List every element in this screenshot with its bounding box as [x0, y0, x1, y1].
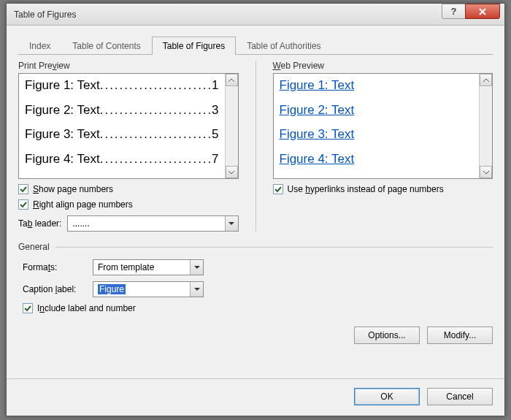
dropdown-button[interactable]: [190, 260, 203, 275]
print-preview-row: Figure 4: Text..........................…: [25, 152, 219, 167]
tab-leader-label: Tab leader:: [18, 218, 61, 229]
tab-table-of-authorities[interactable]: Table of Authorities: [236, 37, 331, 55]
chevron-down-icon: [228, 221, 234, 226]
ok-button[interactable]: OK: [354, 388, 420, 405]
web-preview-row: Figure 2: Text: [280, 103, 474, 118]
dialog-table-of-figures: Table of Figures ? Index Table of Conten…: [6, 3, 505, 416]
dialog-title: Table of Figures: [14, 9, 76, 20]
chevron-down-icon: [228, 170, 234, 175]
check-icon: [24, 305, 31, 312]
web-preview-label: Web Preview: [273, 61, 493, 71]
tab-strip: Index Table of Contents Table of Figures…: [18, 36, 493, 55]
print-preview-row: Figure 3: Text..........................…: [25, 127, 219, 142]
include-label-number-checkbox[interactable]: [23, 303, 33, 313]
chevron-down-icon: [194, 265, 200, 270]
use-hyperlinks-label: Use hyperlinks instead of page numbers: [288, 184, 444, 194]
formats-combo[interactable]: From template: [93, 259, 204, 275]
cancel-button[interactable]: Cancel: [427, 388, 493, 405]
show-page-numbers-label: Show page numbers: [33, 184, 113, 194]
scroll-up-button[interactable]: [226, 74, 238, 86]
dialog-footer: OK Cancel: [7, 378, 504, 416]
web-preview-row: Figure 3: Text: [280, 127, 474, 142]
divider: [256, 61, 256, 232]
use-hyperlinks-checkbox[interactable]: [273, 184, 283, 194]
chevron-down-icon: [194, 287, 200, 291]
general-header: General: [18, 242, 50, 252]
web-preview-box: Figure 1: Text Figure 2: Text Figure 3: …: [273, 73, 493, 179]
check-icon: [20, 201, 27, 208]
scroll-down-button[interactable]: [480, 166, 492, 178]
tab-table-of-contents[interactable]: Table of Contents: [61, 37, 151, 55]
close-button[interactable]: [465, 4, 500, 19]
close-icon: [478, 7, 487, 16]
tab-table-of-figures[interactable]: Table of Figures: [152, 37, 236, 55]
options-button[interactable]: Options...: [354, 327, 420, 344]
print-preview-box: Figure 1: Text..........................…: [18, 73, 239, 179]
show-page-numbers-checkbox[interactable]: [18, 184, 28, 194]
dropdown-button[interactable]: [190, 282, 203, 297]
chevron-up-icon: [483, 78, 489, 83]
modify-button[interactable]: Modify...: [427, 327, 493, 344]
titlebar[interactable]: Table of Figures ?: [7, 4, 504, 26]
divider: [55, 247, 493, 248]
scrollbar[interactable]: [479, 74, 492, 178]
tab-leader-combo[interactable]: .......: [67, 215, 238, 232]
right-align-label: Right align page numbers: [33, 199, 133, 210]
chevron-down-icon: [483, 170, 489, 175]
print-preview-row: Figure 2: Text..........................…: [25, 103, 219, 118]
scroll-down-button[interactable]: [226, 166, 238, 178]
check-icon: [274, 186, 282, 193]
caption-label-label: Caption label:: [23, 284, 93, 294]
dropdown-button[interactable]: [225, 216, 238, 231]
scroll-up-button[interactable]: [480, 74, 492, 86]
tab-index[interactable]: Index: [18, 37, 61, 55]
help-button[interactable]: ?: [442, 4, 466, 19]
scrollbar[interactable]: [225, 74, 238, 178]
caption-label-combo[interactable]: Figure: [93, 281, 204, 297]
web-preview-row: Figure 4: Text: [280, 152, 474, 167]
formats-label: Formats:: [23, 262, 93, 272]
check-icon: [20, 186, 27, 193]
print-preview-row: Figure 1: Text..........................…: [25, 78, 219, 93]
right-align-checkbox[interactable]: [18, 199, 28, 210]
include-label-number-label: Include label and number: [37, 303, 136, 313]
web-preview-row: Figure 1: Text: [280, 78, 474, 93]
print-preview-label: Print Preview: [18, 61, 239, 71]
help-icon: ?: [451, 6, 457, 17]
chevron-up-icon: [228, 78, 234, 83]
